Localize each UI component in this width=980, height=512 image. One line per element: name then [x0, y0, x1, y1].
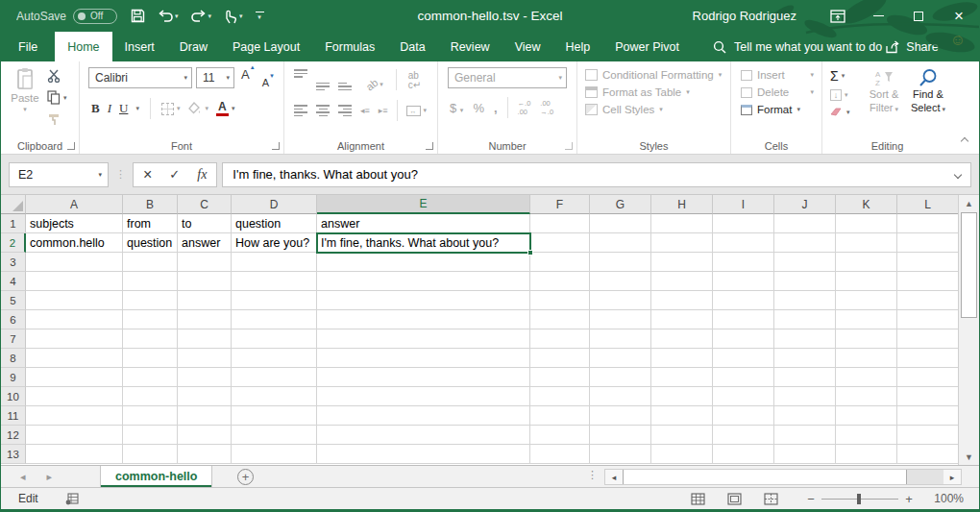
- fill-button[interactable]: ↓ ▾: [830, 89, 850, 101]
- percent-style-button[interactable]: %: [473, 101, 484, 115]
- formula-bar-handle[interactable]: ⋮: [115, 168, 126, 181]
- cell-B8[interactable]: [123, 349, 178, 368]
- cell-K4[interactable]: [836, 272, 897, 291]
- cell-E13[interactable]: [317, 445, 530, 464]
- tab-review[interactable]: Review: [438, 32, 502, 61]
- number-dialog-launcher[interactable]: [565, 142, 573, 150]
- cell-G10[interactable]: [590, 387, 651, 406]
- cell-C1[interactable]: to: [178, 214, 232, 233]
- close-button[interactable]: ×: [939, 0, 979, 32]
- alignment-dialog-launcher[interactable]: [426, 142, 433, 150]
- cell-C12[interactable]: [178, 426, 232, 445]
- column-header-A[interactable]: A: [26, 195, 123, 214]
- column-header-D[interactable]: D: [232, 195, 317, 214]
- cell-K3[interactable]: [836, 253, 897, 272]
- row-header-6[interactable]: 6: [1, 310, 26, 329]
- horizontal-scroll-track[interactable]: [907, 470, 943, 484]
- column-header-F[interactable]: F: [530, 195, 590, 214]
- column-header-L[interactable]: L: [897, 195, 958, 214]
- align-bottom-icon[interactable]: [338, 83, 352, 91]
- sheet-tab-common-hello[interactable]: common-hello: [100, 466, 212, 487]
- cell-E1[interactable]: answer: [317, 214, 530, 233]
- horizontal-scrollbar[interactable]: ◂ ▸: [604, 469, 962, 485]
- page-layout-view-button[interactable]: [716, 493, 752, 505]
- cell-L6[interactable]: [897, 310, 958, 329]
- zoom-in-icon[interactable]: +: [898, 492, 919, 506]
- cell-L12[interactable]: [897, 426, 958, 445]
- row-header-7[interactable]: 7: [1, 329, 26, 349]
- row-header-5[interactable]: 5: [1, 291, 26, 310]
- select-all-corner[interactable]: [1, 195, 26, 214]
- zoom-slider[interactable]: − +: [800, 492, 919, 506]
- cell-E7[interactable]: [317, 329, 530, 349]
- cancel-button[interactable]: ×: [143, 167, 152, 183]
- increase-decimal-button[interactable]: ←.0.00: [518, 99, 531, 116]
- page-break-preview-button[interactable]: [752, 493, 789, 505]
- cell-J11[interactable]: [774, 406, 836, 426]
- vertical-scroll-thumb[interactable]: [961, 212, 977, 318]
- tab-power-pivot[interactable]: Power Pivot: [602, 32, 692, 61]
- comma-style-button[interactable]: ,: [494, 101, 498, 115]
- cell-L8[interactable]: [897, 349, 958, 368]
- share-button[interactable]: Share: [885, 32, 938, 61]
- cell-A10[interactable]: [26, 387, 123, 406]
- cell-A2[interactable]: common.hello: [26, 233, 123, 253]
- clipboard-dialog-launcher[interactable]: [67, 142, 75, 150]
- cell-A1[interactable]: subjects: [26, 214, 123, 233]
- name-box[interactable]: E2 ▾: [9, 162, 109, 187]
- copy-button[interactable]: ▾: [47, 90, 67, 105]
- cell-C10[interactable]: [178, 387, 232, 406]
- cell-E11[interactable]: [317, 406, 530, 426]
- scroll-right-icon[interactable]: ▸: [943, 470, 961, 484]
- cell-B9[interactable]: [123, 368, 178, 387]
- horizontal-scroll-thumb[interactable]: [623, 470, 907, 484]
- cell-K8[interactable]: [836, 349, 897, 368]
- zoom-track[interactable]: [821, 493, 898, 505]
- account-user-name[interactable]: Rodrigo Rodriguez: [693, 9, 796, 23]
- cell-D12[interactable]: [232, 426, 317, 445]
- cell-I8[interactable]: [713, 349, 774, 368]
- cell-H9[interactable]: [651, 368, 713, 387]
- cell-G2[interactable]: [590, 233, 651, 253]
- cell-G8[interactable]: [590, 349, 651, 368]
- decrease-indent-icon[interactable]: ◂≡: [360, 106, 370, 115]
- cell-A3[interactable]: [26, 253, 123, 272]
- cell-L1[interactable]: [897, 214, 958, 233]
- save-button[interactable]: [131, 9, 145, 23]
- cell-F12[interactable]: [530, 426, 590, 445]
- grid[interactable]: ABCDEFGHIJKL1subjectsfromtoquestionanswe…: [1, 195, 958, 464]
- cell-J9[interactable]: [774, 368, 836, 387]
- cell-I5[interactable]: [713, 291, 774, 310]
- sort-filter-button[interactable]: A Z Sort & Filter ▾: [863, 69, 905, 115]
- decrease-decimal-button[interactable]: .00→.0: [540, 99, 553, 116]
- row-header-2[interactable]: 2: [1, 233, 26, 253]
- cell-H6[interactable]: [651, 310, 713, 329]
- cell-A4[interactable]: [26, 272, 123, 291]
- cell-E5[interactable]: [317, 291, 530, 310]
- cell-C13[interactable]: [178, 445, 232, 464]
- cell-G12[interactable]: [590, 426, 651, 445]
- cell-E12[interactable]: [317, 426, 530, 445]
- tellme-box[interactable]: Tell me what you want to do: [713, 32, 882, 61]
- grow-font-button[interactable]: A▲: [241, 67, 250, 88]
- cell-F7[interactable]: [530, 329, 590, 349]
- row-header-12[interactable]: 12: [1, 426, 26, 445]
- cell-B13[interactable]: [123, 445, 178, 464]
- cell-C2[interactable]: answer: [178, 233, 232, 253]
- italic-button[interactable]: I: [108, 101, 111, 116]
- zoom-handle[interactable]: [857, 494, 861, 504]
- cell-C3[interactable]: [178, 253, 232, 272]
- cell-C6[interactable]: [178, 310, 232, 329]
- cell-L11[interactable]: [897, 406, 958, 426]
- row-header-4[interactable]: 4: [1, 272, 26, 291]
- align-top-icon[interactable]: [294, 69, 307, 78]
- undo-dropdown-icon[interactable]: ▾: [175, 12, 179, 20]
- cell-F13[interactable]: [530, 445, 590, 464]
- format-painter-button[interactable]: [47, 112, 67, 126]
- align-middle-icon[interactable]: [316, 83, 330, 91]
- bold-button[interactable]: B: [91, 101, 100, 116]
- cell-F6[interactable]: [530, 310, 590, 329]
- row-header-1[interactable]: 1: [1, 214, 26, 233]
- prev-sheet-icon[interactable]: ◂: [20, 471, 26, 483]
- cell-I10[interactable]: [713, 387, 774, 406]
